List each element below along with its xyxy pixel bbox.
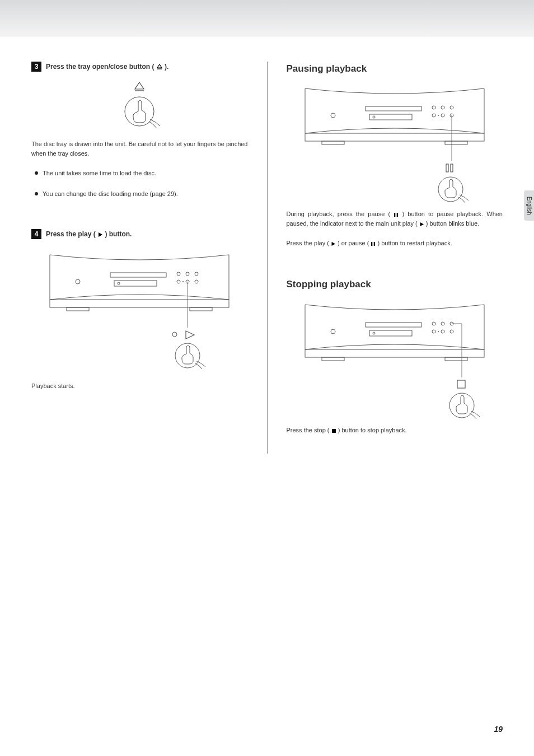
stopping-paragraph: Press the stop ( ) button to stop playba…: [287, 426, 503, 435]
svg-point-49: [432, 322, 435, 325]
step-3-title: Press the tray open/close button ( ).: [46, 62, 168, 72]
eject-icon: [156, 63, 163, 70]
svg-rect-39: [397, 213, 398, 217]
figure-unit-play: [31, 249, 248, 372]
svg-rect-60: [332, 429, 336, 433]
svg-point-18: [172, 332, 177, 337]
svg-point-25: [373, 116, 375, 118]
header-gradient-band: [0, 0, 534, 37]
right-column: Pausing playback: [287, 62, 503, 756]
svg-rect-6: [110, 273, 166, 277]
svg-point-29: [450, 106, 453, 109]
svg-rect-20: [305, 133, 484, 141]
step-number-3: 3: [31, 62, 41, 72]
svg-point-13: [177, 280, 180, 283]
svg-rect-21: [322, 141, 344, 144]
svg-point-27: [432, 106, 435, 109]
figure-eject-press: [31, 78, 248, 134]
svg-point-54: [450, 330, 453, 333]
svg-point-16: [182, 281, 184, 282]
stop-icon: [331, 428, 336, 433]
stopping-heading: Stopping playback: [287, 277, 503, 292]
step-3-header: 3 Press the tray open/close button ( ).: [31, 62, 248, 72]
step-4-title: Press the play ( ) button.: [46, 229, 132, 240]
svg-rect-58: [457, 380, 465, 388]
language-side-tab: English: [524, 190, 534, 221]
svg-rect-7: [114, 281, 157, 286]
svg-point-53: [441, 330, 444, 333]
step-4-description: Playback starts.: [31, 381, 248, 391]
svg-rect-24: [369, 114, 412, 120]
svg-rect-36: [451, 164, 453, 172]
svg-point-10: [177, 272, 180, 276]
pausing-paragraph-2: Press the play ( ) or pause ( ) button t…: [287, 239, 503, 248]
svg-point-28: [441, 106, 444, 109]
svg-point-47: [373, 332, 375, 334]
svg-point-52: [432, 330, 435, 333]
page-number: 19: [494, 725, 503, 734]
svg-point-8: [118, 282, 120, 284]
step-3-description: The disc tray is drawn into the unit. Be…: [31, 139, 248, 158]
svg-rect-42: [305, 349, 484, 357]
svg-rect-3: [50, 300, 229, 307]
step-3-bullets: The unit takes some time to load the dis…: [35, 169, 248, 199]
svg-point-33: [438, 115, 439, 116]
svg-rect-41: [374, 242, 375, 246]
svg-point-48: [331, 329, 335, 334]
svg-point-31: [441, 114, 444, 117]
svg-point-9: [76, 279, 80, 284]
page-content: 3 Press the tray open/close button ( ).: [31, 62, 503, 756]
language-label: English: [526, 197, 532, 215]
svg-point-15: [195, 280, 198, 283]
svg-rect-38: [394, 213, 395, 217]
pausing-paragraph-1: During playback, press the pause ( ) but…: [287, 209, 503, 228]
svg-rect-46: [369, 330, 412, 336]
svg-point-50: [441, 322, 444, 325]
figure-unit-pause: [287, 83, 503, 206]
column-divider: [267, 62, 268, 454]
svg-rect-44: [445, 357, 467, 361]
svg-point-26: [331, 113, 335, 118]
svg-rect-4: [67, 307, 89, 311]
svg-rect-23: [366, 106, 421, 111]
svg-point-30: [432, 114, 435, 117]
play-icon: [97, 232, 103, 237]
left-column: 3 Press the tray open/close button ( ).: [31, 62, 248, 756]
svg-point-55: [438, 331, 439, 332]
bullet-item: The unit takes some time to load the dis…: [35, 169, 248, 178]
pausing-heading: Pausing playback: [287, 62, 503, 76]
svg-rect-35: [446, 164, 448, 172]
play-icon: [419, 222, 424, 227]
bullet-item: You can change the disc loading mode (pa…: [35, 189, 248, 199]
svg-rect-45: [366, 323, 421, 327]
pause-icon: [394, 212, 399, 217]
play-icon: [331, 241, 336, 246]
svg-rect-22: [445, 141, 467, 144]
svg-rect-43: [322, 357, 344, 361]
svg-point-11: [186, 272, 189, 276]
step-number-4: 4: [31, 229, 41, 239]
svg-point-12: [195, 272, 198, 276]
figure-unit-stop: [287, 299, 503, 422]
svg-rect-5: [190, 307, 212, 311]
pause-icon: [371, 241, 376, 246]
step-4-header: 4 Press the play ( ) button.: [31, 229, 248, 240]
svg-rect-40: [371, 242, 372, 246]
